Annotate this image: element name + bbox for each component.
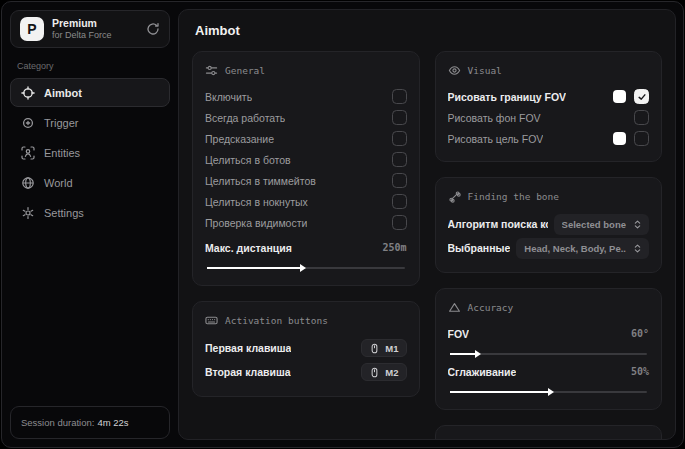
section-title: Accuracy (468, 302, 514, 313)
fov-target-checkbox[interactable] (634, 131, 649, 146)
finding-bone-card: Finding the bone Алгоритм поиска кости S… (435, 177, 663, 273)
session-duration: Session duration:4m 22s (10, 406, 170, 439)
fov-row: FOV 60° (448, 323, 650, 344)
section-title: Switch Delay (468, 439, 537, 440)
brand-subtitle: for Delta Force (52, 30, 112, 41)
mouse-icon (369, 367, 380, 378)
app-window: P Premium for Delta Force Category Aimbo… (1, 1, 684, 448)
sidebar-item-label: World (44, 177, 73, 189)
gear-icon (21, 206, 35, 220)
sidebar-item-aimbot[interactable]: Aimbot (10, 78, 170, 107)
main-panel: Aimbot General Включить (178, 9, 676, 440)
sidebar-item-settings[interactable]: Settings (10, 198, 170, 227)
first-key-row: Первая клавиша M1 (205, 336, 407, 360)
stopwatch-icon (448, 438, 461, 440)
fov-border-checkbox[interactable] (634, 89, 649, 104)
section-title: Visual (468, 65, 502, 76)
second-key-row: Вторая клавиша M2 (205, 360, 407, 384)
option-row-prediction: Предсказание (205, 128, 407, 149)
smoothing-value: 50% (631, 366, 649, 377)
check-icon (637, 92, 647, 102)
brand-text: Premium for Delta Force (52, 17, 112, 41)
brand-card: P Premium for Delta Force (10, 10, 170, 48)
first-keybind-button[interactable]: M1 (361, 339, 406, 357)
selected-bones-dropdown[interactable]: Head, Neck, Body, Pe.. (516, 238, 649, 259)
sidebar-item-label: Aimbot (44, 87, 82, 99)
refresh-icon[interactable] (146, 22, 160, 36)
fov-background-row: Рисовать фон FOV (448, 107, 650, 128)
option-row-target-knocked: Целиться в нокнутых (205, 191, 407, 212)
option-row-target-teammates: Целиться в тиммейтов (205, 170, 407, 191)
target-knocked-checkbox[interactable] (392, 194, 407, 209)
selected-bones-row: Выбранные кости Head, Neck, Body, Pe.. (448, 236, 650, 260)
fov-border-color-swatch[interactable] (613, 90, 626, 103)
option-row-always-work: Всегда работать (205, 107, 407, 128)
sidebar-item-label: Entities (44, 147, 80, 159)
enable-checkbox[interactable] (392, 89, 407, 104)
tune-icon (205, 64, 218, 77)
second-keybind-button[interactable]: M2 (361, 363, 406, 381)
fov-border-row: Рисовать границу FOV (448, 86, 650, 107)
section-title: Finding the bone (468, 191, 560, 202)
fov-target-color-swatch[interactable] (613, 132, 626, 145)
keyboard-icon (205, 314, 218, 327)
sidebar-item-label: Settings (44, 207, 84, 219)
fov-target-row: Рисовать цель FOV (448, 128, 650, 149)
session-value: 4m 22s (97, 417, 128, 428)
chevron-up-down-icon (632, 243, 643, 254)
trigger-crosshair-icon (21, 116, 35, 130)
target-teammates-checkbox[interactable] (392, 173, 407, 188)
fov-slider[interactable] (450, 353, 648, 355)
general-card: General Включить Всегда работать Предска… (192, 51, 420, 286)
switch-delay-card: Switch Delay Задержка переключения Задер… (435, 425, 663, 440)
option-row-visibility-check: Проверка видимости (205, 212, 407, 233)
eye-icon (448, 64, 461, 77)
globe-icon (21, 176, 35, 190)
smoothing-slider[interactable] (450, 391, 648, 393)
triangle-gauge-icon (448, 301, 461, 314)
crosshair-icon (21, 86, 35, 100)
visibility-check-checkbox[interactable] (392, 215, 407, 230)
category-label: Category (17, 61, 163, 71)
fov-background-checkbox[interactable] (634, 110, 649, 125)
bone-algorithm-dropdown[interactable]: Selected bone (554, 214, 649, 235)
sidebar-item-label: Trigger (44, 117, 78, 129)
visual-card: Visual Рисовать границу FOV (435, 51, 663, 162)
chevron-up-down-icon (632, 219, 643, 230)
brand-title: Premium (52, 17, 112, 30)
always-work-checkbox[interactable] (392, 110, 407, 125)
target-bots-checkbox[interactable] (392, 152, 407, 167)
smoothing-row: Сглаживание 50% (448, 361, 650, 382)
session-label: Session duration: (21, 417, 94, 428)
section-title: Activation buttons (225, 315, 328, 326)
prediction-checkbox[interactable] (392, 131, 407, 146)
sidebar-item-world[interactable]: World (10, 168, 170, 197)
bone-icon (448, 190, 461, 203)
option-row-enable: Включить (205, 86, 407, 107)
accuracy-card: Accuracy FOV 60° Сглаживание 50% (435, 288, 663, 410)
max-distance-row: Макс. дистанция 250m (205, 237, 407, 258)
fov-value: 60° (631, 328, 649, 339)
right-column: Visual Рисовать границу FOV (435, 51, 663, 440)
mouse-icon (369, 343, 380, 354)
sidebar-item-trigger[interactable]: Trigger (10, 108, 170, 137)
sidebar-nav: Aimbot Trigger Entities (10, 78, 170, 227)
activation-buttons-card: Activation buttons Первая клавиша M1 (192, 301, 420, 397)
option-row-target-bots: Целиться в ботов (205, 149, 407, 170)
page-title: Aimbot (195, 23, 662, 38)
max-distance-slider[interactable] (207, 267, 405, 269)
left-column: General Включить Всегда работать Предска… (192, 51, 420, 397)
max-distance-value: 250m (382, 242, 406, 253)
bone-algorithm-row: Алгоритм поиска кости Selected bone (448, 212, 650, 236)
person-scan-icon (21, 146, 35, 160)
brand-logo: P (20, 17, 44, 41)
section-title: General (225, 65, 265, 76)
sidebar: P Premium for Delta Force Category Aimbo… (2, 2, 178, 447)
sidebar-item-entities[interactable]: Entities (10, 138, 170, 167)
